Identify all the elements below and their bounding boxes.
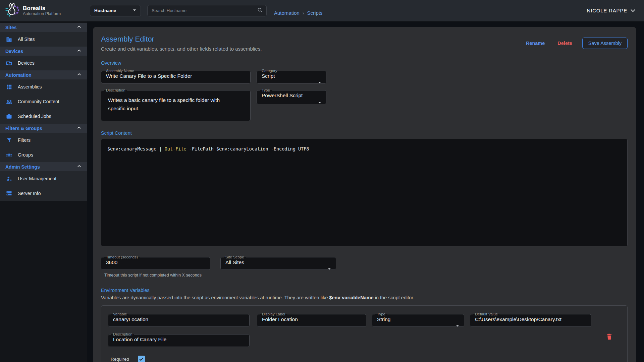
search-icon — [257, 7, 263, 14]
sidebar-section-automation[interactable]: Automation — [0, 70, 87, 79]
sidebar-item-server-info[interactable]: Server Info — [0, 186, 87, 201]
people-icon — [5, 98, 13, 105]
variable-description-label: Description — [111, 332, 134, 336]
type-value: PowerShell Script — [257, 92, 326, 102]
trash-icon — [606, 336, 612, 341]
variable-name-field[interactable]: Variable canaryLocation — [108, 312, 250, 327]
sidebar-item-label: User Management — [18, 176, 56, 181]
sidebar-item-label: Scheduled Jobs — [18, 114, 51, 119]
variable-description-value: Location of Canary File — [108, 336, 249, 346]
breadcrumb: Automation › Scripts — [274, 10, 322, 16]
display-label-field[interactable]: Display Label Folder Location — [257, 312, 366, 327]
sidebar-item-scheduled-jobs[interactable]: Scheduled Jobs — [0, 109, 87, 124]
env-vars-section-label: Environment Variables — [101, 288, 628, 293]
env-variable-row: Variable canaryLocation Display Label Fo… — [101, 305, 628, 362]
page-subtitle: Create and edit variables, scripts, and … — [101, 46, 262, 52]
variable-type-value: String — [372, 316, 464, 325]
sidebar-item-label: Assemblies — [18, 84, 42, 89]
caret-down-icon — [454, 323, 461, 330]
building-icon — [5, 36, 13, 43]
rename-button[interactable]: Rename — [523, 39, 547, 48]
delete-button[interactable]: Delete — [555, 39, 575, 48]
chevron-up-icon — [76, 24, 82, 31]
main-content: Assembly Editor Create and edit variable… — [87, 21, 644, 362]
display-label-value: Folder Location — [257, 316, 366, 325]
sidebar-section-label: Filters & Groups — [5, 126, 42, 131]
category-label: Category — [260, 69, 279, 73]
required-checkbox[interactable] — [138, 356, 145, 362]
default-value-value: C:\Users\example\Desktop\Canary.txt — [470, 316, 591, 325]
sidebar-section-admin-settings[interactable]: Admin Settings — [0, 162, 87, 171]
sidebar-section-devices[interactable]: Devices — [0, 47, 87, 56]
filter-icon — [5, 137, 13, 143]
sidebar-item-groups[interactable]: Groups — [0, 147, 87, 162]
required-label: Required — [111, 357, 129, 362]
sidebar-item-community-content[interactable]: Community Content — [0, 94, 87, 109]
brand-subtitle: Automation Platform — [23, 11, 61, 16]
breadcrumb-scripts[interactable]: Scripts — [307, 10, 323, 16]
caret-down-icon — [131, 7, 138, 14]
sidebar-item-label: All Sites — [18, 37, 35, 42]
groups-icon — [5, 151, 13, 159]
user-gear-icon — [5, 175, 13, 182]
script-code-line: $env:canaryMessage | Out-File -FilePath … — [107, 146, 621, 152]
sidebar-item-label: Groups — [18, 152, 33, 158]
sidebar-item-devices[interactable]: Devices — [0, 56, 87, 70]
sidebar-section-filters-groups[interactable]: Filters & Groups — [0, 124, 87, 133]
sidebar-item-all-sites[interactable]: All Sites — [0, 32, 87, 47]
sidebar-section-label: Sites — [5, 25, 16, 30]
timeout-field[interactable]: Timeout (seconds) 3600 — [101, 255, 210, 270]
category-select[interactable]: Category Script — [257, 69, 326, 83]
hostname-select-value: Hostname — [94, 8, 116, 13]
breadcrumb-automation[interactable]: Automation — [274, 10, 300, 16]
timeout-value: 3600 — [101, 259, 210, 268]
type-label: Type — [260, 88, 272, 92]
save-assembly-button[interactable]: Save Assembly — [582, 38, 628, 49]
sidebar-section-sites[interactable]: Sites — [0, 23, 87, 32]
site-scope-value: All Sites — [221, 259, 336, 268]
search-box — [147, 5, 267, 16]
topbar: Borealis Automation Platform Hostname Au… — [0, 0, 644, 21]
delete-variable-button[interactable] — [606, 333, 612, 341]
description-value: Writes a basic canary file to a specific… — [101, 92, 250, 113]
sidebar: Sites All Sites Devices Devices Automati… — [0, 21, 87, 362]
script-code-editor[interactable]: $env:canaryMessage | Out-File -FilePath … — [101, 139, 628, 246]
description-field[interactable]: Description Writes a basic canary file t… — [101, 88, 251, 121]
caret-down-icon — [317, 100, 323, 107]
variable-description-field[interactable]: Description Location of Canary File — [108, 332, 250, 347]
sidebar-item-user-management[interactable]: User Management — [0, 171, 87, 186]
timeout-helper-text: Timeout this script if not completed wit… — [104, 273, 210, 278]
hostname-select[interactable]: Hostname — [90, 5, 141, 16]
sidebar-item-label: Devices — [18, 60, 35, 66]
user-menu[interactable]: NICOLE RAPPE — [587, 8, 635, 14]
sidebar-section-label: Admin Settings — [5, 164, 40, 170]
brand: Borealis Automation Platform — [0, 2, 87, 19]
assembly-name-label: Assembly Name — [104, 69, 136, 73]
devices-icon — [5, 60, 13, 66]
type-select[interactable]: Type PowerShell Script — [257, 88, 326, 104]
description-label: Description — [104, 88, 127, 92]
assembly-name-field[interactable]: Assembly Name Write Canary File to a Spe… — [101, 69, 251, 83]
category-value: Script — [257, 73, 326, 82]
display-label-label: Display Label — [260, 312, 287, 316]
sidebar-item-label: Community Content — [18, 99, 59, 104]
search-input[interactable] — [152, 8, 257, 13]
default-value-label: Default Value — [473, 312, 499, 316]
sidebar-item-filters[interactable]: Filters — [0, 133, 87, 147]
variable-type-select[interactable]: Type String — [372, 312, 464, 327]
brand-name: Borealis — [23, 5, 61, 12]
sidebar-item-label: Filters — [18, 137, 31, 143]
overview-section-label: Overview — [101, 60, 628, 66]
env-vars-description: Variables are dynamically passed into th… — [101, 295, 628, 300]
sidebar-section-label: Devices — [5, 49, 23, 54]
chevron-up-icon — [76, 164, 82, 170]
assembly-name-value: Write Canary File to a Specific Folder — [101, 73, 250, 82]
variable-name-label: Variable — [111, 312, 128, 316]
grid-icon — [5, 84, 13, 90]
sidebar-item-label: Server Info — [18, 191, 41, 196]
sidebar-item-assemblies[interactable]: Assemblies — [0, 79, 87, 94]
default-value-field[interactable]: Default Value C:\Users\example\Desktop\C… — [470, 312, 591, 327]
script-section-label: Script Content — [101, 130, 628, 136]
variable-type-label: Type — [375, 312, 387, 316]
site-scope-select[interactable]: Site Scope All Sites — [220, 255, 336, 270]
